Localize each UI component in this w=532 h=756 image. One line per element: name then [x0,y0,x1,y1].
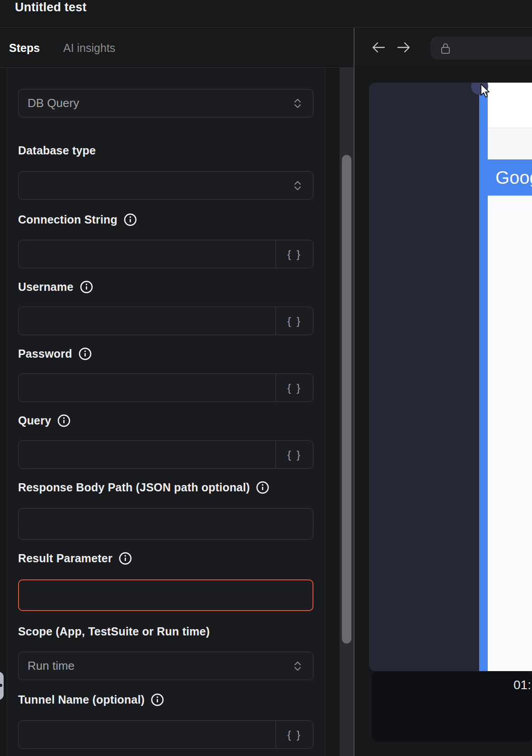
info-icon [78,347,92,361]
database-type-label: Database type [18,144,96,158]
database-type-select[interactable] [18,171,313,200]
curly-braces-icon: { } [287,728,302,741]
lock-icon [440,42,451,55]
select-value: Run time [28,652,75,680]
step-type-select[interactable]: DB Query [18,89,313,117]
connection-string-input[interactable]: { } [18,240,313,268]
drag-handle-dot [0,684,2,687]
browser-address-bar[interactable] [430,37,532,60]
scrollbar-thumb[interactable] [342,155,351,644]
connection-string-label: Connection String [18,213,137,227]
info-icon [57,414,71,428]
preview-page-strip [488,128,532,159]
field-label-text: Password [18,347,72,360]
preview-webpage: Google [488,83,532,671]
tunnel-name-input[interactable]: { } [18,720,313,749]
panel-divider[interactable] [354,28,355,756]
app-window: Untitled test Steps AI insights DB Query… [0,0,532,756]
chevron-updown-icon [293,660,302,672]
info-icon [79,280,93,294]
curly-braces-icon: { } [287,315,302,327]
field-label-text: Query [18,414,51,427]
query-input[interactable]: { } [18,440,313,469]
field-label-text: Result Parameter [18,552,112,565]
timeline-bar[interactable]: 01: [372,672,532,742]
preview-google-button[interactable]: Google [488,159,532,196]
chevron-updown-icon [293,180,302,191]
insert-variable-button[interactable]: { } [275,374,313,401]
insert-variable-button[interactable]: { } [275,240,313,268]
tunnel-name-label: Tunnel Name (optional) [18,693,164,707]
field-label-text: Connection String [18,213,117,226]
tab-ai-insights[interactable]: AI insights [63,28,115,68]
result-parameter-input[interactable] [18,579,313,611]
username-label: Username [18,280,93,294]
title-bar: Untitled test [0,0,532,28]
forward-arrow-icon[interactable] [396,39,411,56]
screenshot-preview[interactable]: Google [369,83,532,671]
step-config-panel: DB QueryDatabase typeConnection String{ … [0,68,325,756]
response-body-path-label: Response Body Path (JSON path optional) [18,481,270,495]
result-parameter-label: Result Parameter [18,551,132,565]
chevron-updown-icon [293,98,302,109]
info-icon [150,693,164,707]
response-body-path-input[interactable] [18,508,313,540]
tab-steps[interactable]: Steps [9,28,40,68]
username-input[interactable]: { } [18,307,313,335]
timeline-timestamp: 01: [513,678,531,692]
highlight-strip [479,83,488,671]
insert-variable-button[interactable]: { } [275,441,313,468]
curly-braces-icon: { } [287,248,302,261]
preview-google-button-label: Google [488,168,532,188]
select-value: DB Query [28,89,79,117]
page-title: Untitled test [15,0,87,14]
panel-gutter [325,68,340,756]
query-label: Query [18,414,71,428]
password-label: Password [18,347,92,361]
preview-page-header [488,83,532,128]
curly-braces-icon: { } [287,448,302,461]
back-arrow-icon[interactable] [371,39,386,56]
field-label-text: Scope (App, TestSuite or Run time) [18,625,210,638]
scrollbar-track[interactable] [340,68,354,756]
field-label-text: Username [18,280,74,294]
scope-select[interactable]: Run time [18,652,313,680]
password-input[interactable]: { } [18,373,313,402]
curly-braces-icon: { } [287,382,302,394]
field-label-text: Database type [18,144,96,157]
field-label-text: Tunnel Name (optional) [18,693,145,706]
insert-variable-button[interactable]: { } [275,721,313,748]
mouse-cursor-icon [480,84,490,99]
scope-label: Scope (App, TestSuite or Run time) [18,625,210,639]
browser-toolbar [355,28,532,68]
field-label-text: Response Body Path (JSON path optional) [18,481,250,494]
info-icon [123,213,137,227]
info-icon [118,551,132,565]
browser-preview-panel: Google 01: [355,28,532,756]
info-icon [256,481,270,495]
panel-left-edge [0,68,7,756]
drag-handle[interactable] [0,672,4,700]
tab-bar: Steps AI insights [0,28,354,68]
insert-variable-button[interactable]: { } [275,307,313,335]
